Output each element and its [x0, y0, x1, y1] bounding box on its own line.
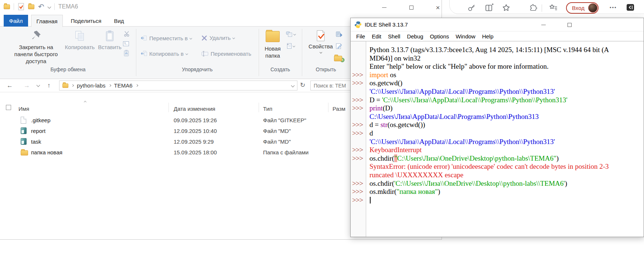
file-type: Файл "MD" — [263, 138, 291, 145]
breadcrumb-item[interactable]: python-labs — [77, 82, 106, 89]
column-header-name[interactable]: Имя — [18, 106, 29, 112]
menu-edit[interactable]: Edit — [368, 33, 385, 40]
more-menu-icon[interactable]: ••• — [610, 5, 617, 10]
explorer-close-button[interactable]: × — [432, 3, 444, 12]
shell-line-text: os.chdir("C:\Users\Лиза\OneDrive\Desktop… — [366, 154, 644, 163]
idle-shell-body[interactable]: Python 3.13.7 (tags/v3.13.7:bcee1c3, Aug… — [351, 41, 644, 237]
shell-line-text: MD64)] on win32 — [366, 54, 644, 63]
copy-icon — [74, 30, 86, 42]
folder-history-button[interactable] — [334, 55, 345, 62]
shell-prompt: >>> — [351, 188, 366, 196]
shell-prompt — [351, 113, 366, 121]
shell-line: >>>os.getcwd() — [351, 79, 644, 88]
pin-to-quick-access-button[interactable]: Закрепить на панели быстрого доступа — [9, 30, 63, 65]
copy-path-button[interactable]: \\.. — [123, 41, 129, 46]
menu-options[interactable]: Options — [427, 33, 453, 40]
new-folder-button[interactable]: Новая папка — [261, 30, 284, 59]
signin-button[interactable]: Вход — [566, 2, 599, 14]
file-row[interactable]: папка новая15.09.2025 18:00Папка с файла… — [0, 147, 347, 158]
paste-icon — [104, 30, 116, 42]
split-screen-icon[interactable] — [485, 3, 494, 12]
paste-button[interactable]: Вставить — [97, 30, 123, 51]
back-arrow-icon[interactable]: ← — [7, 82, 13, 89]
move-to-button[interactable]: Переместить в — [140, 35, 192, 41]
shell-line: Enter "help" below or click "Help" above… — [351, 62, 644, 71]
edit-history-button[interactable] — [335, 31, 343, 38]
favorites-star-icon[interactable] — [502, 3, 511, 12]
file-row[interactable]: report12.09.2025 10:40Файл "MD" — [0, 126, 347, 137]
shell-line-text: os.getcwd() — [366, 79, 644, 88]
menu-file[interactable]: File — [353, 33, 368, 40]
delete-button[interactable]: Удалить — [201, 35, 235, 41]
shell-output[interactable]: Python 3.13.7 (tags/v3.13.7:bcee1c3, Aug… — [351, 41, 644, 204]
extensions-icon[interactable] — [529, 4, 537, 12]
file-name: report — [31, 128, 45, 134]
forward-arrow-icon[interactable]: → — [24, 82, 30, 89]
refresh-icon[interactable]: ↻ — [300, 81, 305, 89]
menu-debug[interactable]: Debug — [403, 33, 426, 40]
shell-line-text: print(D) — [366, 104, 644, 113]
doc-icon — [21, 117, 26, 124]
sidebar-toggle-icon[interactable] — [626, 3, 635, 12]
address-dropdown-chevron-icon[interactable] — [291, 84, 295, 88]
idle-titlebar: IDLE Shell 3.13.7 — [351, 18, 644, 31]
select-all-checkbox[interactable] — [6, 105, 11, 110]
tab-file[interactable]: Файл — [4, 15, 28, 27]
file-row[interactable]: .gitkeep09.09.2025 19:26Файл "GITKEEP" — [0, 115, 347, 126]
menu-help[interactable]: Help — [479, 33, 497, 40]
shell-prompt: >>> — [351, 196, 366, 205]
breadcrumb[interactable]: python-labs ТЕМА6 — [59, 81, 297, 90]
shell-line-text: Python 3.13.7 (tags/v3.13.7:bcee1c3, Aug… — [366, 46, 644, 54]
properties-quick-icon[interactable] — [18, 3, 24, 10]
copy-to-icon — [140, 50, 147, 57]
favorites-hub-icon[interactable] — [549, 3, 558, 12]
idle-window-title: IDLE Shell 3.13.7 — [365, 21, 408, 28]
menu-shell[interactable]: Shell — [385, 33, 403, 40]
menu-window[interactable]: Window — [452, 33, 478, 40]
paste-shortcut-button[interactable] — [123, 49, 129, 57]
file-date: 15.09.2025 18:00 — [174, 149, 217, 155]
shell-line: 'C:\\Users\\Лиза\\AppData\\Local\\Progra… — [351, 138, 644, 146]
new-item-button[interactable] — [287, 43, 295, 49]
shell-prompt: >>> — [351, 179, 366, 188]
move-to-icon — [140, 35, 147, 41]
idle-maximize-button[interactable] — [563, 20, 576, 30]
shell-prompt: >>> — [351, 129, 366, 138]
properties-button[interactable]: Свойства — [309, 30, 333, 53]
customize-qat-chevron-icon[interactable] — [47, 5, 51, 8]
titlebar-separator2 — [54, 3, 55, 10]
file-name: .gitkeep — [31, 117, 51, 123]
key-icon[interactable] — [467, 3, 476, 12]
scissors-icon — [123, 30, 130, 37]
column-header-type[interactable]: Тип — [263, 106, 272, 112]
column-header-size[interactable]: Разм — [333, 106, 345, 112]
screen: Вход ••• ↶ ТЕМА6 — [0, 0, 644, 267]
toolbar-separator — [542, 4, 542, 12]
breadcrumb-item[interactable]: ТЕМА6 — [114, 82, 133, 89]
copy-button[interactable]: Копировать — [63, 30, 97, 51]
easy-access-button[interactable] — [286, 31, 296, 37]
idle-minimize-button[interactable] — [537, 20, 550, 30]
file-type: Папка с файлами — [263, 149, 309, 155]
column-header-date[interactable]: Дата изменения — [174, 106, 215, 112]
tab-view[interactable]: Вид — [109, 15, 129, 27]
copy-to-button[interactable]: Копировать в — [140, 50, 188, 57]
undo-icon[interactable]: ↶ — [38, 3, 44, 10]
tab-share[interactable]: Поделиться — [67, 15, 106, 27]
tab-home[interactable]: Главная — [31, 15, 63, 27]
new-folder-quick-icon[interactable] — [28, 4, 34, 9]
recent-locations-chevron-icon[interactable] — [37, 83, 40, 87]
rename-icon — [201, 50, 208, 57]
explorer-titlebar: ↶ ТЕМА6 × — [0, 0, 442, 15]
rename-button[interactable]: Переименовать — [201, 50, 251, 57]
shell-line-text: SyntaxError: (unicode error) 'unicodeesc… — [366, 162, 644, 171]
explorer-maximize-button[interactable] — [405, 3, 418, 12]
file-row[interactable]: task12.09.2025 9:29Файл "MD" — [0, 137, 347, 147]
cut-button[interactable] — [123, 30, 130, 37]
paste-shortcut-icon — [123, 49, 129, 57]
explorer-minimize-button[interactable] — [378, 3, 391, 12]
shell-line: MD64)] on win32 — [351, 54, 644, 63]
up-arrow-icon[interactable]: ↑ — [47, 82, 51, 89]
edit-button[interactable] — [335, 43, 342, 49]
shell-line: >>>os.chdir("C:\Users\Лиза\OneDrive\Desk… — [351, 154, 644, 163]
